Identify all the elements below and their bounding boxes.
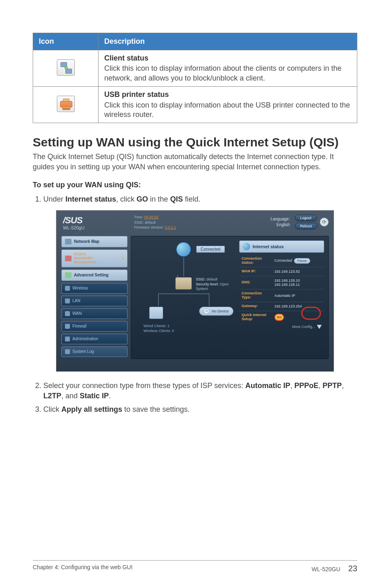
internet-status-panel: Internet status Connection status: Conne…: [239, 240, 324, 355]
advanced-icon: [65, 272, 72, 278]
status-row-qis: Quick Internet Setup: GO: [239, 311, 324, 323]
clients-icon[interactable]: [149, 307, 163, 319]
step-1: Under Internet status, click GO in the Q…: [43, 194, 357, 204]
table-header-description: Description: [99, 33, 357, 50]
client-counts: Wired Clients: 1 Wireless Clients: 0: [143, 324, 174, 333]
icon-cell-printer: [33, 87, 99, 123]
steps-list-continued: Select your connection type from these t…: [33, 381, 357, 415]
steps-list: Under Internet status, click GO in the Q…: [33, 194, 357, 204]
more-config-link[interactable]: More Config...: [239, 323, 324, 329]
page-footer: Chapter 4: Configuring via the web GUI W…: [33, 560, 357, 573]
status-row-connection: Connection status: ConnectedPause: [239, 255, 324, 267]
sidebar-advanced[interactable]: Advanced Setting: [61, 269, 128, 281]
icon-description-table: Icon Description Client status Click thi…: [33, 33, 357, 123]
sidebar-item-firewall[interactable]: Firewall: [61, 321, 128, 332]
row-desc: Click this icon to display information a…: [104, 64, 351, 83]
sidebar-item-administration[interactable]: Administration: [61, 334, 128, 344]
router-icon[interactable]: [175, 277, 192, 290]
row-title: USB printer status: [104, 90, 351, 99]
status-row-wanip: WAN IP: 192.168.123.82: [239, 267, 324, 276]
section-title: Setting up WAN using the Quick Internet …: [33, 135, 357, 149]
table-header-icon: Icon: [33, 33, 99, 50]
sidebar-item-systemlog[interactable]: System Log: [61, 346, 128, 357]
usb-printer-status-icon: [57, 96, 75, 112]
pause-button[interactable]: Pause: [294, 258, 311, 264]
main-panel: Connected SSID: default Security level: …: [131, 236, 329, 359]
chevron-down-icon: [317, 325, 322, 329]
row-title: Client status: [104, 54, 351, 63]
model-label: WL-520gU: [63, 225, 127, 230]
footer-model: WL-520GU: [312, 566, 340, 572]
qis-go-button[interactable]: GO: [274, 314, 284, 321]
reboot-icon[interactable]: ⟳: [320, 218, 329, 227]
status-row-type: Connection Type: Automatic IP: [239, 290, 324, 302]
status-row-gateway: Gateway: 192.168.123.254: [239, 302, 324, 311]
step-3: Click Apply all settings to save the set…: [43, 404, 357, 415]
sidebar-item-wireless[interactable]: Wireless: [61, 283, 128, 294]
sidebar-ezqos[interactable]: EzQoS Bandwidth Management ▸: [61, 249, 128, 267]
network-map-diagram: Connected SSID: default Security level: …: [135, 240, 235, 355]
table-row: USB printer status Click this icon to di…: [33, 87, 357, 123]
usb-device-badge[interactable]: ⎙ No Device: [199, 307, 233, 316]
usb-icon: ⎙: [204, 308, 209, 314]
globe-icon: [243, 243, 250, 250]
procedure-heading: To set up your WAN using QIS:: [33, 181, 357, 189]
sidebar: Network Map EzQoS Bandwidth Management ▸…: [61, 236, 128, 359]
sidebar-item-wan[interactable]: WAN: [61, 308, 128, 319]
status-row-dns: DNS: 192.168.128.10192.168.128.11: [239, 276, 324, 290]
network-map-icon: [65, 239, 72, 245]
client-status-icon: [57, 59, 75, 76]
footer-page-number: 23: [348, 564, 357, 573]
reboot-button[interactable]: Reboot: [295, 223, 317, 229]
step-2: Select your connection type from these t…: [43, 381, 357, 401]
language-area: Language: English: [271, 216, 290, 228]
icon-cell-client: [33, 50, 99, 87]
footer-chapter: Chapter 4: Configuring via the web GUI: [33, 564, 132, 573]
section-lead: The Quick Internet Setup (QIS) function …: [33, 152, 357, 172]
table-row: Client status Click this icon to display…: [33, 50, 357, 87]
logout-button[interactable]: Logout: [295, 215, 317, 221]
logo-area: /SUS WL-520gU: [61, 215, 127, 233]
brand-logo: /SUS: [63, 216, 127, 224]
header-info: Time: 05:45:52 SSID: default Firmware Ve…: [134, 215, 263, 230]
row-desc: Click this icon to display information a…: [104, 101, 351, 120]
internet-globe-icon[interactable]: [176, 242, 191, 257]
sidebar-item-lan[interactable]: LAN: [61, 296, 128, 306]
status-header: Internet status: [239, 240, 324, 253]
router-ui-screenshot: /SUS WL-520gU Time: 05:45:52 SSID: defau…: [56, 210, 334, 371]
sidebar-network-map[interactable]: Network Map: [61, 236, 128, 247]
ezqos-icon: [65, 256, 72, 261]
connection-status-badge: Connected: [196, 246, 225, 253]
